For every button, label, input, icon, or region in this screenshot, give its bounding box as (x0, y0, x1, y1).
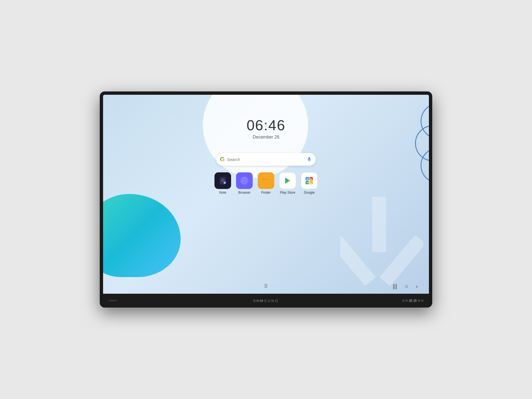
arrow-decoration (340, 197, 423, 285)
app-playstore[interactable]: Play Store (279, 172, 296, 195)
screen: 06:46 December 26 G (103, 95, 429, 294)
port-1 (402, 300, 405, 302)
playstore-icon (279, 172, 296, 189)
svg-rect-2 (380, 235, 423, 285)
port-4 (421, 300, 423, 302)
google-icon: M ▶ 🗺 ▶ (301, 172, 318, 189)
svg-rect-1 (340, 235, 376, 285)
clock-section: 06:46 December 26 (247, 117, 285, 140)
app-browser[interactable]: Browser (236, 172, 253, 195)
playstore-label: Play Store (280, 191, 295, 195)
search-input[interactable] (227, 153, 304, 166)
browser-icon (236, 172, 253, 189)
bezel-ports (402, 299, 423, 302)
search-bar-container[interactable]: G (216, 153, 316, 166)
apps-row: ✏ Note Browser (214, 172, 318, 195)
note-icon: ✏ (214, 172, 231, 189)
recent-apps-button[interactable]: ||| (393, 283, 397, 290)
microphone-icon[interactable] (306, 157, 312, 162)
home-button[interactable]: ○ (405, 283, 408, 290)
google-logo-icon: G (220, 156, 225, 163)
google-label: Google (304, 191, 315, 195)
brand-label: SAMSUNG (253, 299, 279, 303)
finder-icon (258, 172, 274, 189)
note-label: Note (219, 191, 226, 195)
nav-center[interactable]: ⠿ (264, 283, 268, 289)
port-usb-1 (409, 299, 412, 302)
finder-label: Finder (261, 191, 271, 195)
bottom-nav: ⠿ ||| ○ ‹ (103, 279, 429, 294)
back-button[interactable]: ‹ (416, 283, 418, 290)
app-note[interactable]: ✏ Note (214, 172, 231, 195)
svg-text:✏: ✏ (224, 182, 226, 184)
browser-label: Browser (238, 191, 250, 195)
port-3 (418, 300, 420, 302)
search-bar[interactable]: G (216, 153, 316, 166)
app-finder[interactable]: Finder (258, 172, 274, 195)
svg-text:▶: ▶ (310, 178, 312, 180)
clock-time: 06:46 (247, 117, 285, 134)
nav-right-buttons: ||| ○ ‹ (393, 283, 418, 290)
clock-date: December 26 (247, 135, 285, 140)
svg-text:▶: ▶ (310, 182, 312, 184)
svg-rect-0 (372, 197, 386, 252)
apps-grid-icon[interactable]: ⠿ (264, 283, 268, 289)
svg-text:🗺: 🗺 (306, 181, 309, 184)
port-2 (406, 300, 408, 302)
bezel-bottom: SAMSUNG (103, 294, 429, 308)
port-usb-2 (413, 299, 417, 302)
app-google[interactable]: M ▶ 🗺 ▶ Google (301, 172, 318, 195)
svg-text:M: M (306, 178, 309, 180)
monitor: 06:46 December 26 G (100, 91, 432, 308)
bezel-left-button[interactable] (109, 300, 117, 301)
